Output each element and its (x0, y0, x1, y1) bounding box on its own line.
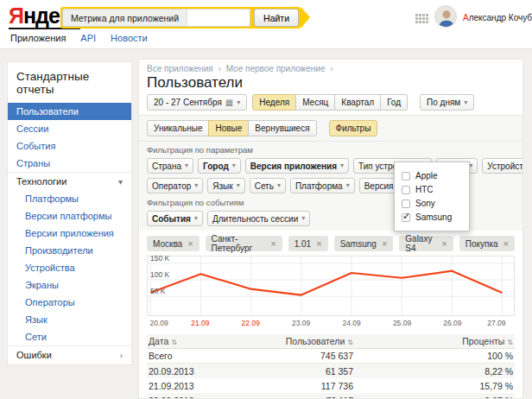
tab-new[interactable]: Новые (208, 120, 249, 136)
manufacturer-option-sony[interactable]: ✓Sony (402, 198, 462, 209)
filter-device-dropdown[interactable]: Устройство▾ (482, 158, 523, 174)
close-icon[interactable]: × (441, 239, 446, 249)
period-year-button[interactable]: Год (380, 94, 408, 111)
breadcrumb: Все приложения › Мое первое приложение › (147, 61, 515, 73)
metric-tabs: Уникальные Новые Вернувшиеся Фильтры (147, 120, 515, 136)
nav-api[interactable]: API (80, 33, 96, 43)
sidebar-item-platform-versions[interactable]: Версии платформы (8, 207, 131, 225)
column-header-date[interactable]: Дата⇅ (149, 336, 278, 346)
chart-x-tick: 24.09 (342, 319, 360, 327)
manufacturer-option-samsung[interactable]: ✓Samsung (402, 212, 462, 223)
calendar-icon: ▦ (225, 98, 233, 107)
users-chart: 50 K100 K150 K 20.0921.0922.0923.0924.09… (147, 256, 515, 329)
sort-icon[interactable]: ⇅ (171, 339, 177, 346)
search-arrow-icon (301, 7, 310, 28)
table-row: Всего745 637100 % (147, 349, 515, 364)
checkbox-icon[interactable]: ✓ (402, 172, 410, 180)
column-header-percent[interactable]: Проценты⇅ (353, 336, 513, 346)
grouping-dropdown[interactable]: По дням ▾ (420, 94, 474, 111)
chip-moscow[interactable]: Москва× (147, 236, 200, 251)
search-box: Метрика для приложений Найти (60, 7, 301, 28)
sidebar-title: Стандартные отчеты (8, 62, 131, 103)
chevron-down-icon: ▾ (232, 162, 236, 169)
period-month-button[interactable]: Месяц (295, 94, 335, 111)
close-icon[interactable]: × (316, 239, 321, 249)
search-button[interactable]: Найти (254, 9, 299, 27)
chart-plot[interactable]: 50 K100 K150 K (147, 256, 515, 316)
checkbox-icon[interactable]: ✓ (402, 186, 410, 194)
manufacturer-option-apple[interactable]: ✓Apple (402, 170, 462, 181)
filter-language-dropdown[interactable]: Язык▾ (207, 178, 244, 193)
user-name[interactable]: Александр Кочубей (463, 13, 532, 22)
filter-platform-dropdown[interactable]: Платформа▾ (290, 178, 355, 193)
sidebar-item-users[interactable]: Пользователи (8, 103, 131, 120)
sidebar-item-sessions[interactable]: Сессии (8, 120, 131, 137)
date-range-button[interactable]: 20 - 27 Сентября ▦ ▾ (147, 94, 247, 111)
column-header-users[interactable]: Пользователи⇅ (278, 336, 353, 346)
checkbox-icon[interactable]: ✓ (402, 200, 410, 208)
nav-news[interactable]: Новости (111, 33, 148, 43)
filter-network-dropdown[interactable]: Сеть▾ (250, 178, 286, 193)
filter-country-dropdown[interactable]: Страна▾ (147, 158, 193, 174)
sidebar-item-technologies[interactable]: Технологии▾ (8, 172, 131, 190)
sort-icon[interactable]: ⇅ (507, 339, 513, 346)
table-header: Дата⇅ Пользователи⇅ Проценты⇅ (147, 334, 515, 349)
filter-operator-dropdown[interactable]: Оператор▾ (147, 178, 203, 193)
chart-x-tick: 27.09 (487, 319, 505, 327)
close-icon[interactable]: × (270, 239, 276, 249)
sidebar-item-events[interactable]: События (8, 137, 131, 155)
sidebar-item-language[interactable]: Язык (8, 311, 131, 328)
sort-icon[interactable]: ⇅ (347, 339, 353, 346)
sidebar-item-manufacturers[interactable]: Производители (8, 242, 131, 259)
chip-version[interactable]: 1.01× (288, 236, 328, 251)
period-week-button[interactable]: Неделя (252, 94, 296, 111)
chip-purchase[interactable]: Покупка× (459, 236, 515, 251)
sidebar-item-devices[interactable]: Устройства (8, 259, 131, 276)
sidebar-item-app-versions[interactable]: Версии приложения (8, 225, 131, 242)
close-icon[interactable]: × (504, 239, 509, 249)
chevron-down-icon: ▾ (346, 182, 350, 189)
sidebar-item-screens[interactable]: Экраны (8, 276, 131, 294)
filter-app-version-dropdown[interactable]: Версия приложения▾ (245, 158, 349, 174)
active-filter-chips: Москва× Санкт-Петербург× 1.01× Samsung× … (147, 236, 515, 251)
tab-returning[interactable]: Вернувшиеся (248, 120, 316, 136)
nav-apps[interactable]: Приложения (10, 33, 66, 43)
breadcrumb-all-apps[interactable]: Все приложения (147, 64, 213, 73)
search-service-label: Метрика для приложений (63, 10, 187, 26)
chip-galaxy-s4[interactable]: Galaxy S4× (399, 236, 453, 251)
avatar-image (435, 6, 457, 28)
search-bar: Метрика для приложений Найти (60, 7, 310, 28)
filter-city-dropdown[interactable]: Город▾ (198, 158, 241, 174)
app-header: Яндекс Метрика для приложений Найти Алек… (0, 0, 532, 49)
sidebar-item-networks[interactable]: Сети (8, 328, 131, 345)
breadcrumb-app[interactable]: Мое первое приложение (226, 64, 326, 73)
chart-x-labels: 20.0921.0922.0923.0924.0925.0926.0927.09 (147, 319, 515, 329)
table-row: 21.09.2013117 73615,79 % (147, 378, 515, 393)
chevron-down-icon: ▾ (194, 182, 198, 189)
user-avatar[interactable] (434, 5, 457, 28)
filters-toggle-button[interactable]: Фильтры (329, 120, 378, 136)
sidebar-item-errors[interactable]: Ошибки› (8, 345, 131, 364)
date-controls: 20 - 27 Сентября ▦ ▾ Неделя Месяц Кварта… (147, 94, 515, 111)
period-quarter-button[interactable]: Квартал (334, 94, 381, 111)
chip-spb[interactable]: Санкт-Петербург× (206, 236, 282, 251)
filter-events-dropdown[interactable]: События▾ (147, 211, 203, 226)
filter-session-length-dropdown[interactable]: Длительность сессии▾ (207, 211, 310, 226)
sidebar-item-platforms[interactable]: Платформы (8, 190, 131, 207)
users-table: Дата⇅ Пользователи⇅ Проценты⇅ Всего745 6… (147, 334, 515, 399)
close-icon[interactable]: × (382, 239, 387, 249)
close-icon[interactable]: × (187, 239, 193, 249)
chevron-down-icon: ▾ (464, 99, 467, 106)
checkbox-checked-icon[interactable]: ✓ (402, 213, 410, 222)
table-row: 20.09.201361 3578,22 % (147, 364, 515, 378)
top-nav: Приложения API Новости (10, 33, 148, 43)
search-input[interactable] (187, 10, 250, 26)
tab-unique[interactable]: Уникальные (147, 120, 209, 136)
manufacturer-option-htc[interactable]: ✓HTC (402, 184, 462, 195)
manufacturer-dropdown-menu: ✓Apple ✓HTC ✓Sony ✓Samsung (394, 162, 470, 231)
services-grid-icon[interactable] (415, 14, 428, 23)
chip-samsung[interactable]: Samsung× (334, 236, 394, 251)
sidebar-item-countries[interactable]: Страны (8, 155, 131, 172)
chart-x-tick: 21.09 (191, 319, 209, 327)
sidebar-item-operators[interactable]: Операторы (8, 294, 131, 311)
